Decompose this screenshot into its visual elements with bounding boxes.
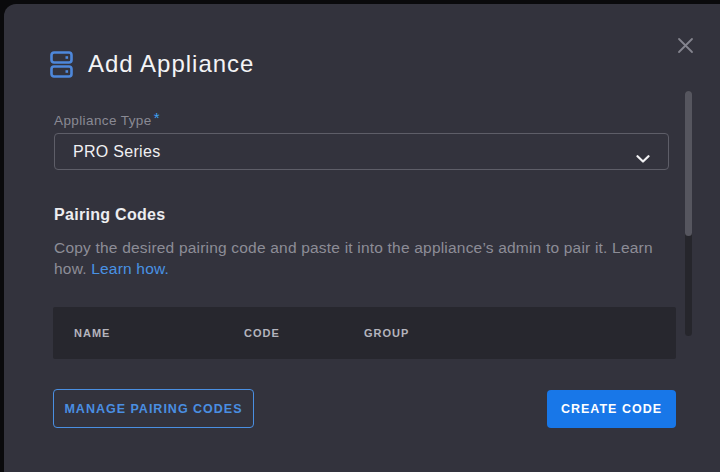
scrollbar-track[interactable] — [685, 91, 692, 336]
pairing-codes-description: Copy the desired pairing code and paste … — [54, 237, 672, 279]
modal-header: Add Appliance — [50, 50, 254, 78]
modal-title: Add Appliance — [88, 50, 254, 78]
column-header-group: GROUP — [364, 327, 676, 339]
pairing-codes-heading: Pairing Codes — [54, 206, 165, 224]
chevron-down-icon — [636, 149, 650, 167]
appliance-type-select[interactable]: PRO Series — [54, 133, 669, 170]
create-code-button[interactable]: CREATE CODE — [547, 390, 676, 428]
appliance-stack-icon — [50, 51, 73, 78]
required-marker: * — [154, 109, 160, 126]
scrollbar-thumb[interactable] — [685, 91, 692, 236]
close-icon — [677, 37, 694, 57]
pairing-codes-table-header: NAME CODE GROUP — [53, 307, 676, 359]
column-header-code: CODE — [244, 327, 364, 339]
manage-pairing-codes-button[interactable]: MANAGE PAIRING CODES — [53, 389, 254, 428]
add-appliance-modal: Add Appliance Appliance Type* PRO Series… — [4, 4, 720, 472]
learn-how-link[interactable]: Learn how. — [91, 260, 169, 277]
close-button[interactable] — [670, 32, 700, 62]
column-header-name: NAME — [53, 327, 244, 339]
appliance-type-label-text: Appliance Type — [54, 113, 152, 128]
appliance-type-label: Appliance Type* — [54, 109, 160, 128]
appliance-type-selected-value: PRO Series — [55, 143, 160, 161]
